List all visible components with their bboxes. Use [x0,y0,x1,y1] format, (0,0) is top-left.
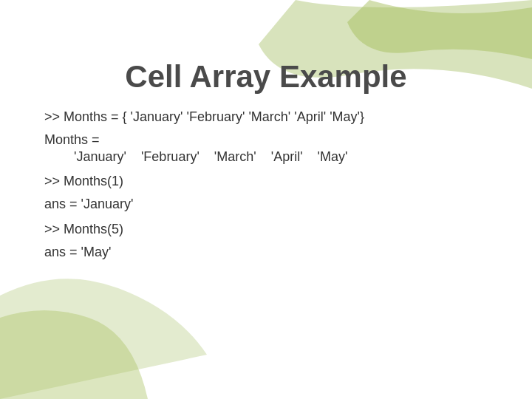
month-may: 'May' [318,149,348,165]
month-feb: 'February' [141,149,200,165]
month-mar: 'March' [214,149,256,165]
command-months-assign: >> Months = { 'January' 'February' 'Marc… [44,108,488,126]
ans-january: ans = 'January' [44,195,488,214]
command-months-1: >> Months(1) [44,172,488,191]
ans-may: ans = 'May' [44,243,488,262]
months-output-values: 'January' 'February' 'March' 'April' 'Ma… [44,149,488,165]
page-title: Cell Array Example [44,59,488,95]
month-jan: 'January' [74,149,126,165]
command-months-5: >> Months(5) [44,220,488,239]
month-apr: 'April' [271,149,303,165]
months-output-label: Months = [44,132,488,148]
